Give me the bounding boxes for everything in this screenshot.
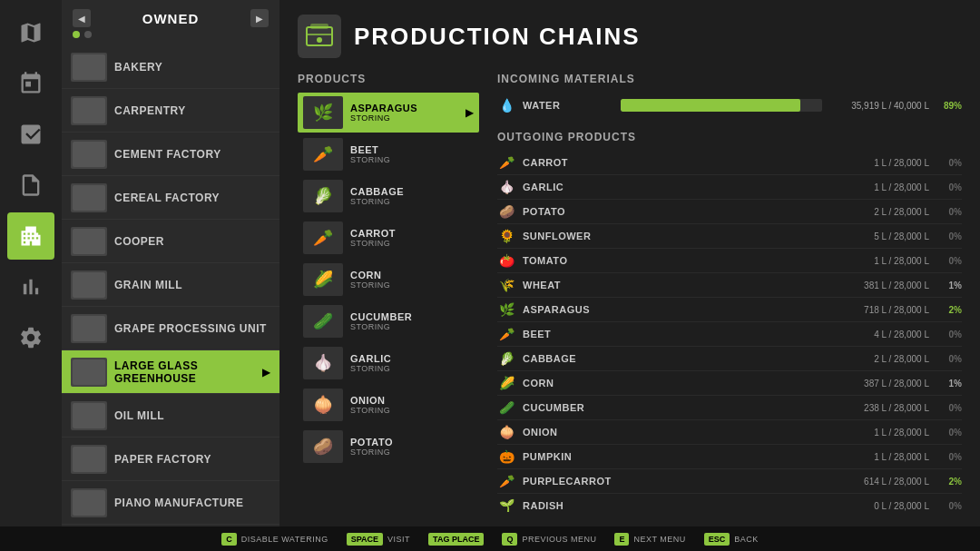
buildings-title: OWNED: [142, 11, 200, 26]
building-thumb: [71, 401, 107, 430]
building-item[interactable]: GRAIN MILL: [62, 263, 279, 307]
product-item[interactable]: 🥕 CARROT STORING: [298, 218, 479, 258]
building-name: CARPENTRY: [114, 104, 186, 117]
building-item[interactable]: PIANO MANUFACTURE: [62, 481, 279, 525]
svg-point-3: [317, 37, 322, 43]
outgoing-pct: 0%: [936, 207, 962, 217]
product-item[interactable]: 🌿 ASPARAGUS STORING ▶: [298, 93, 479, 133]
outgoing-icon: 🥔: [497, 202, 515, 221]
outgoing-amount: 381 L / 28,000 L: [630, 280, 929, 290]
building-item[interactable]: CEREAL FACTORY: [62, 176, 279, 220]
outgoing-icon: 🌻: [497, 227, 515, 245]
outgoing-pct: 2%: [936, 305, 962, 315]
product-sub: STORING: [350, 239, 474, 248]
outgoing-icon: 🌽: [497, 374, 515, 392]
outgoing-product-row: 🌾 WHEAT 381 L / 28,000 L 1%: [497, 273, 962, 298]
page-header: PRODUCTION CHAINS: [298, 15, 962, 58]
product-item[interactable]: 🥒 CUCUMBER STORING: [298, 301, 479, 341]
building-name: PAPER FACTORY: [114, 453, 211, 466]
outgoing-product-row: 🍅 TOMATO 1 L / 28,000 L 0%: [497, 249, 962, 273]
svg-rect-1: [310, 24, 328, 29]
map-icon[interactable]: [7, 9, 54, 56]
hotkey-group: Q PREVIOUS MENU: [502, 533, 596, 546]
next-arrow[interactable]: ▶: [250, 9, 269, 27]
product-item[interactable]: 🥕 BEET STORING: [298, 134, 479, 174]
outgoing-icon: 🌱: [497, 497, 515, 512]
building-item[interactable]: CEMENT FACTORY: [62, 133, 279, 176]
outgoing-amount: 0 L / 28,000 L: [630, 501, 929, 511]
product-name: CARROT: [350, 228, 474, 239]
product-active-arrow: ▶: [466, 106, 474, 119]
hotkey-label: DISABLE WATERING: [241, 535, 328, 544]
outgoing-name: CABBAGE: [523, 353, 622, 364]
building-item[interactable]: GRAPE PROCESSING UNIT: [62, 307, 279, 350]
product-info: BEET STORING: [350, 144, 474, 164]
document-icon[interactable]: [7, 162, 54, 209]
outgoing-pct: 0%: [936, 182, 962, 192]
outgoing-name: PURPLECARROT: [523, 476, 622, 487]
hotkey-key[interactable]: Q: [502, 533, 517, 546]
building-icon[interactable]: [7, 212, 54, 260]
hotkey-key[interactable]: C: [221, 533, 237, 546]
chart-icon[interactable]: [7, 263, 54, 310]
hotkey-label: NEXT MENU: [633, 535, 685, 544]
content-area: PRODUCTS 🌿 ASPARAGUS STORING ▶ 🥕 BEET ST…: [298, 73, 962, 512]
building-item[interactable]: COOPER: [62, 220, 279, 263]
hotkey-key[interactable]: ESC: [704, 533, 730, 546]
product-item[interactable]: 🥬 CABBAGE STORING: [298, 176, 479, 216]
product-item[interactable]: 🥔 POTATO STORING: [298, 427, 479, 467]
buildings-header: ◀ OWNED ▶: [62, 0, 279, 31]
outgoing-icon: 🌾: [497, 276, 515, 294]
product-thumb: 🌿: [303, 96, 343, 129]
building-name: CEMENT FACTORY: [114, 148, 221, 161]
outgoing-pct: 0%: [936, 330, 962, 339]
building-name: OIL MILL: [114, 409, 164, 422]
product-name: CORN: [350, 270, 474, 280]
product-info: POTATO STORING: [350, 437, 474, 457]
product-item[interactable]: 🧅 ONION STORING: [298, 385, 479, 425]
settings-icon[interactable]: [7, 314, 54, 361]
prev-arrow[interactable]: ◀: [73, 9, 91, 27]
product-info: CARROT STORING: [350, 228, 474, 248]
outgoing-pct: 0%: [936, 501, 962, 511]
building-item[interactable]: PAPER FACTORY: [62, 438, 279, 481]
product-item[interactable]: 🌽 CORN STORING: [298, 260, 479, 300]
product-sub: STORING: [350, 197, 474, 206]
product-sub: STORING: [350, 364, 474, 373]
building-item[interactable]: LARGE GLASS GREENHOUSE ▶: [62, 350, 279, 394]
material-bar: [621, 99, 800, 112]
outgoing-pct: 0%: [936, 403, 962, 413]
buildings-panel: ◀ OWNED ▶ BAKERY CARPENTRY CEMENT FACTOR…: [62, 0, 279, 526]
outgoing-icon: 🥕: [497, 153, 515, 172]
product-name: ASPARAGUS: [350, 103, 458, 113]
building-thumb: [71, 183, 107, 212]
hotkey-key[interactable]: E: [614, 533, 629, 546]
outgoing-section: 🥕 CARROT 1 L / 28,000 L 0% 🧄 GARLIC 1 L …: [497, 151, 962, 512]
outgoing-name: RADISH: [523, 500, 622, 511]
outgoing-amount: 5 L / 28,000 L: [630, 231, 929, 241]
product-thumb: 🥒: [303, 305, 343, 338]
outgoing-icon: 🧄: [497, 178, 515, 196]
outgoing-amount: 2 L / 28,000 L: [630, 354, 929, 364]
hotkey-key[interactable]: TAG PLACE: [428, 533, 484, 546]
product-info: GARLIC STORING: [350, 353, 474, 373]
outgoing-product-row: 🥕 PURPLECARROT 614 L / 28,000 L 2%: [497, 469, 962, 494]
building-item[interactable]: OIL MILL: [62, 394, 279, 438]
outgoing-product-row: 🌱 RADISH 0 L / 28,000 L 0%: [497, 494, 962, 512]
building-thumb: [71, 445, 107, 474]
product-sub: STORING: [350, 155, 474, 164]
building-name: LARGE GLASS GREENHOUSE: [114, 359, 255, 385]
hotkey-key[interactable]: SPACE: [347, 533, 383, 546]
product-name: ONION: [350, 395, 474, 406]
building-item[interactable]: BAKERY: [62, 45, 279, 89]
product-thumb: 🧄: [303, 347, 343, 379]
outgoing-amount: 387 L / 28,000 L: [630, 379, 929, 389]
outgoing-pct: 0%: [936, 452, 962, 462]
outgoing-name: GARLIC: [523, 182, 622, 192]
outgoing-amount: 614 L / 28,000 L: [630, 477, 929, 487]
building-item[interactable]: CARPENTRY: [62, 89, 279, 133]
animal-icon[interactable]: [7, 111, 54, 158]
product-item[interactable]: 🧄 GARLIC STORING: [298, 343, 479, 383]
outgoing-product-row: 🎃 PUMPKIN 1 L / 28,000 L 0%: [497, 445, 962, 469]
calendar-icon[interactable]: [7, 60, 54, 107]
